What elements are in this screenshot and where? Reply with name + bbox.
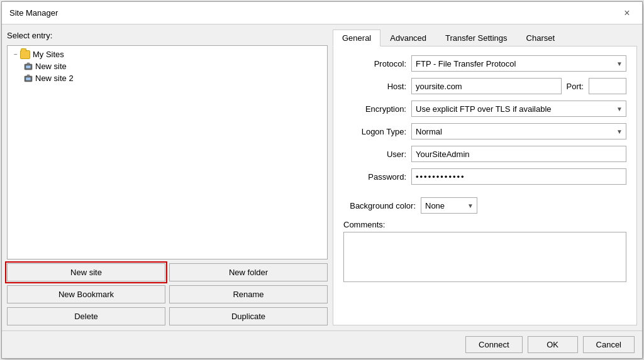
encryption-row: Encryption: Use explicit FTP over TLS if… xyxy=(343,101,626,117)
cancel-button[interactable]: Cancel xyxy=(583,336,635,353)
action-buttons-row-1: New site New folder xyxy=(7,263,328,281)
ok-button[interactable]: OK xyxy=(528,336,578,353)
rename-button[interactable]: Rename xyxy=(169,285,328,303)
encryption-select-wrapper: Use explicit FTP over TLS if available U… xyxy=(411,101,626,117)
tree-root-label: My Sites xyxy=(33,50,64,59)
tab-general[interactable]: General xyxy=(333,30,380,46)
tree-child-label-1: New site xyxy=(35,62,67,71)
encryption-select[interactable]: Use explicit FTP over TLS if available U… xyxy=(411,101,626,117)
tab-bar: General Advanced Transfer Settings Chars… xyxy=(333,30,637,46)
tree-area: − My Sites New site xyxy=(7,45,328,259)
svg-rect-5 xyxy=(27,75,30,77)
port-input[interactable] xyxy=(589,78,626,94)
comments-textarea[interactable] xyxy=(343,232,626,282)
tab-content-general: Protocol: FTP - File Transfer Protocol S… xyxy=(333,46,637,325)
dialog-title: Site Manager xyxy=(9,8,58,18)
protocol-select[interactable]: FTP - File Transfer Protocol SFTP - SSH … xyxy=(411,55,626,72)
tree-expand-icon[interactable]: − xyxy=(11,51,20,58)
password-input[interactable] xyxy=(411,168,626,185)
logon-label: Logon Type: xyxy=(343,127,406,136)
tree-root-item[interactable]: − My Sites xyxy=(10,48,325,60)
duplicate-button[interactable]: Duplicate xyxy=(169,307,328,325)
right-panel: General Advanced Transfer Settings Chars… xyxy=(333,30,637,325)
host-label: Host: xyxy=(343,82,406,91)
left-panel: Select entry: − My Sites xyxy=(7,30,328,325)
protocol-row: Protocol: FTP - File Transfer Protocol S… xyxy=(343,55,626,72)
svg-rect-2 xyxy=(27,63,30,65)
folder-icon xyxy=(20,50,30,59)
tab-advanced[interactable]: Advanced xyxy=(380,30,436,46)
svg-rect-4 xyxy=(26,77,31,80)
encryption-label: Encryption: xyxy=(343,104,406,114)
host-input[interactable] xyxy=(411,78,562,94)
titlebar: Site Manager × xyxy=(2,2,642,25)
dialog-body: Select entry: − My Sites xyxy=(2,25,642,330)
tree-children: New site New site 2 xyxy=(23,60,325,84)
dialog-footer: Connect OK Cancel xyxy=(2,330,642,358)
password-label: Password: xyxy=(343,172,406,182)
delete-button[interactable]: Delete xyxy=(7,307,165,325)
password-row: Password: xyxy=(343,168,626,185)
logon-select-wrapper: Normal Anonymous Ask for password Intera… xyxy=(411,123,626,139)
new-folder-button[interactable]: New folder xyxy=(169,263,328,281)
select-entry-label: Select entry: xyxy=(7,30,328,41)
tab-transfer-settings[interactable]: Transfer Settings xyxy=(436,30,517,46)
protocol-select-wrapper: FTP - File Transfer Protocol SFTP - SSH … xyxy=(411,55,626,72)
tab-charset[interactable]: Charset xyxy=(517,30,565,46)
spacer xyxy=(343,191,626,197)
close-button[interactable]: × xyxy=(619,6,635,21)
comments-label: Comments: xyxy=(343,220,626,229)
tree-child-item-1[interactable]: New site xyxy=(23,60,325,72)
port-label: Port: xyxy=(567,82,584,91)
user-label: User: xyxy=(343,150,406,159)
bg-color-label: Background color: xyxy=(343,201,416,210)
new-bookmark-button[interactable]: New Bookmark xyxy=(7,285,165,303)
bg-color-select[interactable]: None Red Green Blue xyxy=(421,197,477,214)
bg-color-row: Background color: None Red Green Blue ▼ xyxy=(343,197,626,214)
site-icon-1 xyxy=(24,62,33,71)
tree-child-item-2[interactable]: New site 2 xyxy=(23,72,325,84)
host-row: Host: Port: xyxy=(343,78,626,94)
new-site-button[interactable]: New site xyxy=(7,263,165,281)
svg-rect-1 xyxy=(26,65,31,68)
site-manager-dialog: Site Manager × Select entry: − My Sites xyxy=(1,1,643,359)
site-icon-2 xyxy=(24,74,33,83)
action-buttons-row-2: New Bookmark Rename xyxy=(7,285,328,303)
connect-button[interactable]: Connect xyxy=(465,336,522,353)
user-row: User: xyxy=(343,146,626,162)
tree-child-label-2: New site 2 xyxy=(35,74,74,83)
logon-select[interactable]: Normal Anonymous Ask for password Intera… xyxy=(411,123,626,139)
bg-color-select-wrapper: None Red Green Blue ▼ xyxy=(421,197,477,214)
action-buttons-row-3: Delete Duplicate xyxy=(7,307,328,325)
protocol-label: Protocol: xyxy=(343,59,406,68)
user-input[interactable] xyxy=(411,146,626,162)
logon-row: Logon Type: Normal Anonymous Ask for pas… xyxy=(343,123,626,139)
